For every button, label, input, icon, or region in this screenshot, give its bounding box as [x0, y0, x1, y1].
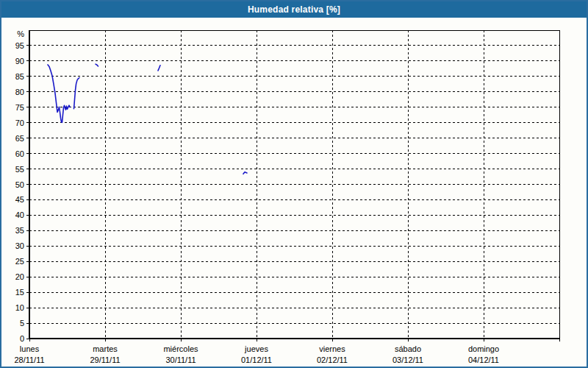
- series-lines: [48, 64, 247, 174]
- x-day-label: sábado: [395, 344, 421, 353]
- y-tick-label: 65: [15, 134, 24, 143]
- x-day-label: miércoles: [163, 344, 198, 353]
- series-segment: [158, 66, 160, 71]
- x-day-label: viernes: [319, 344, 345, 353]
- y-tick-label: 10: [15, 303, 24, 312]
- x-day-label: jueves: [244, 344, 268, 353]
- y-tick-label: 80: [15, 88, 24, 96]
- y-unit-label: %: [17, 29, 24, 38]
- series-segment: [243, 172, 247, 174]
- y-tick-label: 15: [15, 288, 24, 297]
- y-tick-label: 45: [15, 195, 24, 204]
- y-tick-label: 35: [15, 226, 24, 235]
- y-tick-label: 30: [15, 241, 24, 250]
- humidity-line-chart: 05101520253035404550556065707580859095%l…: [1, 18, 587, 367]
- y-tick-label: 90: [15, 57, 24, 66]
- y-tick-label: 75: [15, 103, 24, 112]
- x-day-label: domingo: [468, 344, 499, 353]
- y-tick-label: 0: [20, 334, 24, 343]
- y-tick-label: 95: [15, 41, 24, 50]
- x-date-label: 01/12/11: [241, 355, 272, 364]
- x-date-label: 02/12/11: [317, 355, 348, 364]
- chart-title: Humedad relativa [%]: [248, 4, 340, 15]
- y-tick-label: 20: [15, 272, 24, 281]
- y-tick-label: 5: [20, 319, 24, 328]
- x-day-label: martes: [93, 344, 118, 353]
- x-date-label: 28/11/11: [14, 355, 44, 364]
- x-date-label: 30/11/11: [165, 355, 196, 364]
- series-segment: [74, 78, 80, 109]
- axes: [26, 30, 559, 342]
- y-tick-label: 85: [15, 72, 24, 81]
- y-tick-label: 40: [15, 210, 24, 219]
- x-date-label: 04/12/11: [468, 355, 499, 364]
- series-segment: [48, 65, 70, 122]
- grid-lines: [29, 30, 559, 339]
- chart-area: 05101520253035404550556065707580859095%l…: [1, 18, 587, 367]
- y-tick-label: 25: [15, 257, 24, 266]
- title-bar: Humedad relativa [%]: [1, 1, 587, 18]
- y-tick-label: 55: [15, 165, 24, 174]
- chart-window: Humedad relativa [%] 0510152025303540455…: [0, 0, 588, 368]
- x-date-label: 29/11/11: [90, 355, 120, 364]
- y-tick-label: 70: [15, 118, 24, 127]
- series-segment: [96, 64, 98, 66]
- x-day-label: lunes: [20, 344, 40, 353]
- y-tick-label: 50: [15, 180, 24, 189]
- x-date-label: 03/12/11: [392, 355, 423, 364]
- y-tick-label: 60: [15, 149, 24, 158]
